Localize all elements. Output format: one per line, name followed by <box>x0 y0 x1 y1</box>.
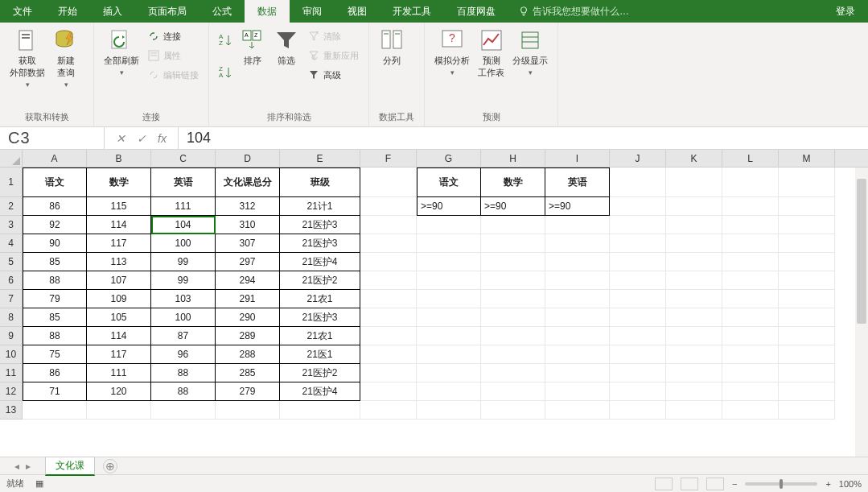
cell-L4[interactable] <box>722 234 779 253</box>
cell-D9[interactable]: 289 <box>216 327 280 345</box>
col-header-C[interactable]: C <box>151 150 216 167</box>
cell-H2[interactable]: >=90 <box>481 197 545 216</box>
cell-G11[interactable] <box>417 364 481 382</box>
cell-C7[interactable]: 103 <box>151 290 216 308</box>
col-header-H[interactable]: H <box>481 150 545 167</box>
cell-G1[interactable]: 语文 <box>417 167 481 197</box>
cell-H5[interactable] <box>481 253 545 271</box>
cell-D6[interactable]: 294 <box>216 271 280 290</box>
row-header-9[interactable]: 9 <box>0 327 22 345</box>
cell-K5[interactable] <box>666 253 722 271</box>
cell-M2[interactable] <box>779 197 835 216</box>
forecast-sheet-button[interactable]: 预测 工作表 <box>476 26 506 81</box>
cell-D4[interactable]: 307 <box>216 234 280 253</box>
cell-D11[interactable]: 285 <box>216 364 280 382</box>
cell-J1[interactable] <box>610 167 666 197</box>
cell-J2[interactable] <box>610 197 666 216</box>
cell-J10[interactable] <box>610 345 666 364</box>
cell-C13[interactable] <box>151 401 216 420</box>
zoom-out-button[interactable]: − <box>732 479 737 489</box>
cell-J13[interactable] <box>610 401 666 420</box>
cell-B2[interactable]: 115 <box>87 197 151 216</box>
cell-H8[interactable] <box>481 308 545 327</box>
cell-F13[interactable] <box>360 401 417 420</box>
cell-A11[interactable]: 86 <box>23 364 87 382</box>
cell-E12[interactable]: 21医护4 <box>280 382 360 401</box>
cell-F11[interactable] <box>360 364 417 382</box>
col-header-I[interactable]: I <box>545 150 610 167</box>
cell-I9[interactable] <box>545 327 610 345</box>
cell-B5[interactable]: 113 <box>87 253 151 271</box>
cell-E9[interactable]: 21农1 <box>280 327 360 345</box>
cell-K8[interactable] <box>666 308 722 327</box>
cell-I4[interactable] <box>545 234 610 253</box>
cell-F3[interactable] <box>360 216 417 234</box>
cell-G4[interactable] <box>417 234 481 253</box>
cell-L10[interactable] <box>722 345 779 364</box>
cell-J4[interactable] <box>610 234 666 253</box>
cell-E3[interactable]: 21医护3 <box>280 216 360 234</box>
cell-A2[interactable]: 86 <box>23 197 87 216</box>
row-header-8[interactable]: 8 <box>0 308 22 327</box>
cell-K11[interactable] <box>666 364 722 382</box>
cell-I1[interactable]: 英语 <box>545 167 610 197</box>
new-query-button[interactable]: 新建 查询▾ <box>51 26 80 90</box>
cell-C3[interactable]: 104 <box>151 216 216 234</box>
cell-K3[interactable] <box>666 216 722 234</box>
cell-C12[interactable]: 88 <box>151 382 216 401</box>
cell-E8[interactable]: 21医护3 <box>280 308 360 327</box>
cell-M12[interactable] <box>779 382 835 401</box>
cell-G2[interactable]: >=90 <box>417 197 481 216</box>
menu-file[interactable]: 文件 <box>0 0 45 23</box>
cell-C10[interactable]: 96 <box>151 345 216 364</box>
cell-I2[interactable]: >=90 <box>545 197 610 216</box>
view-page-layout-button[interactable] <box>681 478 698 490</box>
cell-C2[interactable]: 111 <box>151 197 216 216</box>
sort-asc-icon[interactable]: AZ <box>217 32 233 48</box>
cell-A8[interactable]: 85 <box>23 308 87 327</box>
cell-A13[interactable] <box>23 401 87 420</box>
cell-B4[interactable]: 117 <box>87 234 151 253</box>
cell-J11[interactable] <box>610 364 666 382</box>
cell-A7[interactable]: 79 <box>23 290 87 308</box>
cell-I5[interactable] <box>545 253 610 271</box>
cell-J5[interactable] <box>610 253 666 271</box>
cell-J9[interactable] <box>610 327 666 345</box>
cell-I8[interactable] <box>545 308 610 327</box>
row-header-11[interactable]: 11 <box>0 364 22 382</box>
cell-J7[interactable] <box>610 290 666 308</box>
cell-C1[interactable]: 英语 <box>151 167 216 197</box>
zoom-in-button[interactable]: + <box>825 479 830 489</box>
cell-D13[interactable] <box>216 401 280 420</box>
cell-F1[interactable] <box>360 167 417 197</box>
cell-J3[interactable] <box>610 216 666 234</box>
cell-G7[interactable] <box>417 290 481 308</box>
row-header-5[interactable]: 5 <box>0 253 22 271</box>
menu-login[interactable]: 登录 <box>823 0 868 23</box>
refresh-all-button[interactable]: 全部刷新▾ <box>102 26 141 78</box>
fx-icon[interactable]: fx <box>158 132 167 145</box>
cell-C8[interactable]: 100 <box>151 308 216 327</box>
cell-A10[interactable]: 75 <box>23 345 87 364</box>
cell-F5[interactable] <box>360 253 417 271</box>
menu-data[interactable]: 数据 <box>245 0 290 23</box>
name-box[interactable]: C3 <box>0 127 105 149</box>
menu-layout[interactable]: 页面布局 <box>135 0 200 23</box>
cell-K2[interactable] <box>666 197 722 216</box>
cell-E4[interactable]: 21医护3 <box>280 234 360 253</box>
connections-button[interactable]: 连接 <box>146 29 200 43</box>
cell-F8[interactable] <box>360 308 417 327</box>
text-to-columns-button[interactable]: 分列 <box>377 26 406 68</box>
col-header-B[interactable]: B <box>87 150 151 167</box>
macro-record-icon[interactable]: ▦ <box>35 478 43 489</box>
zoom-value[interactable]: 100% <box>839 479 862 489</box>
cell-B10[interactable]: 117 <box>87 345 151 364</box>
cell-M13[interactable] <box>779 401 835 420</box>
cell-L9[interactable] <box>722 327 779 345</box>
cell-I3[interactable] <box>545 216 610 234</box>
col-header-G[interactable]: G <box>417 150 481 167</box>
cell-H9[interactable] <box>481 327 545 345</box>
cell-I12[interactable] <box>545 382 610 401</box>
cell-K13[interactable] <box>666 401 722 420</box>
cell-I7[interactable] <box>545 290 610 308</box>
